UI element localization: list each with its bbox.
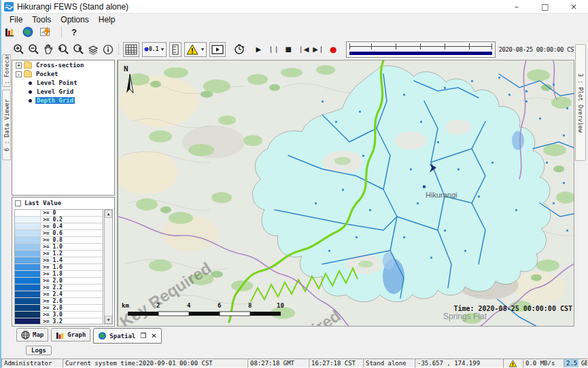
legend-row: >= 2.0: [15, 278, 103, 284]
legend-row: >= 3.2: [15, 318, 103, 325]
tick: [469, 43, 470, 50]
legend-swatch: [15, 264, 41, 270]
step-forward-button[interactable]: ▶❘: [311, 45, 326, 53]
title-bar[interactable]: Hikurangi FEWS (Stand alone) – □ ×: [1, 0, 588, 14]
pause-button[interactable]: ❘❘: [266, 45, 281, 53]
warning-threshold-button[interactable]: ▼: [184, 42, 207, 57]
explorer-bars-icon[interactable]: [5, 26, 16, 37]
legend-row: >= 0.6: [15, 230, 103, 237]
tab-restore-icon[interactable]: ❐: [140, 332, 146, 339]
animation-button[interactable]: [209, 42, 226, 57]
stop-button[interactable]: ■: [281, 45, 296, 53]
time-slider-range-bar[interactable]: [349, 52, 491, 55]
pan-hand-icon[interactable]: [41, 43, 55, 56]
legend-class-label: >= 0: [41, 210, 56, 216]
zoom-next-icon[interactable]: [71, 43, 85, 56]
play-button[interactable]: ▶: [251, 45, 266, 53]
layer-tree[interactable]: + Cross-section - Pocket Level Point Lev…: [12, 60, 115, 196]
tab-spatial[interactable]: Spatial ❐ ✕: [93, 328, 161, 344]
scale-tick: 4: [187, 302, 191, 309]
legend-row: >= 2.2: [15, 284, 103, 291]
warning-icon: [186, 44, 198, 55]
legend-class-label: >= 2.6: [41, 298, 63, 304]
legend-swatch: [15, 237, 41, 243]
scale-tick: 2: [156, 302, 160, 309]
legend-swatch: [15, 298, 41, 304]
time-slider[interactable]: [346, 41, 495, 58]
zoom-previous-icon[interactable]: [56, 43, 70, 56]
expander-icon[interactable]: -: [16, 71, 22, 77]
globe-icon: [98, 331, 107, 340]
tree-node-label[interactable]: Cross-section: [35, 62, 85, 69]
scroll-down-icon[interactable]: ▼: [105, 316, 112, 324]
close-button[interactable]: ×: [559, 0, 588, 14]
tab-map-label: Map: [33, 331, 44, 338]
tree-node-label[interactable]: Level Point: [35, 79, 79, 86]
legend-class-label: >= 2.8: [41, 305, 63, 311]
menu-tools[interactable]: Tools: [27, 15, 56, 24]
expander-icon[interactable]: +: [16, 62, 22, 69]
legend-swatch: [15, 217, 41, 223]
tree-node-pocket[interactable]: - Pocket: [12, 70, 114, 78]
minimize-button[interactable]: –: [502, 0, 531, 14]
maximize-button[interactable]: □: [531, 0, 559, 14]
tab-map[interactable]: Map: [16, 328, 48, 342]
tree-node-label[interactable]: Pocket: [35, 71, 60, 77]
layers-icon[interactable]: [86, 43, 100, 56]
document-tab-bar: Map Graph Spatial ❐ ✕: [11, 327, 588, 346]
tree-node-level-point[interactable]: Level Point: [12, 79, 114, 87]
scale-tick: 10: [277, 302, 284, 309]
legend-swatch: [15, 271, 41, 277]
bar-chart-icon: [56, 331, 65, 339]
tree-node-depth-grid[interactable]: Depth Grid: [12, 96, 114, 105]
timer-icon[interactable]: [232, 43, 246, 56]
tree-node-label-selected[interactable]: Depth Grid: [35, 97, 75, 104]
tab-close-icon[interactable]: ✕: [151, 332, 156, 339]
toolbar-separator: [61, 26, 62, 37]
scalebar-icon: [171, 44, 179, 55]
legend-class-list[interactable]: >= 0 >= 0.2 >= 0.4 >= 0.6: [14, 209, 103, 325]
legend-swatch: [15, 284, 41, 291]
grid-display-button[interactable]: [123, 42, 139, 57]
folder-icon: [24, 62, 32, 69]
zoom-in-icon[interactable]: [12, 43, 25, 56]
tab-data-viewer[interactable]: 6 : Data Viewer: [2, 90, 11, 160]
left-tab-strip: 5 : Forecast 6 : Data Viewer: [1, 60, 11, 331]
legend-row: >= 1.6: [15, 264, 103, 271]
legend-row: >= 1.4: [15, 257, 103, 264]
threshold-combo[interactable]: 0.1 ▼: [142, 42, 167, 57]
status-warning[interactable]: [503, 358, 523, 368]
help-icon[interactable]: ?: [71, 27, 77, 37]
legend-class-label: >= 1.0: [41, 244, 63, 250]
map-time-label: Time: 2020-08-25 00:00:00 CST: [453, 305, 572, 312]
menu-file[interactable]: File: [5, 15, 27, 24]
legend-swatch: [15, 278, 41, 284]
legend-swatch: [15, 230, 41, 236]
app-logo-icon: [4, 2, 14, 12]
tab-graph[interactable]: Graph: [51, 328, 90, 342]
main-toolbar: ?: [1, 25, 588, 39]
record-icon[interactable]: ●: [326, 45, 341, 54]
chevron-down-icon: ▼: [160, 47, 165, 52]
logs-button[interactable]: Logs: [26, 346, 52, 355]
map-viewport[interactable]: N Hikurangi Springs Flat Time: 2020-08-2…: [118, 60, 574, 327]
step-back-button[interactable]: ❘◀: [296, 45, 311, 53]
tree-node-level-grid[interactable]: Level Grid: [12, 88, 114, 96]
tab-plot-overview[interactable]: 3 : Plot Overview: [575, 44, 586, 161]
tree-node-label[interactable]: Level Grid: [35, 88, 75, 95]
info-icon[interactable]: [101, 43, 115, 56]
scalebar-button[interactable]: [169, 42, 181, 57]
tab-forecast[interactable]: 5 : Forecast: [2, 54, 11, 87]
zoom-out-icon[interactable]: [27, 43, 40, 56]
menu-options[interactable]: Options: [56, 15, 93, 24]
scroll-up-icon[interactable]: ▲: [105, 210, 112, 218]
tick: [396, 43, 396, 50]
tree-node-cross-section[interactable]: + Cross-section: [12, 61, 114, 69]
last-value-checkbox[interactable]: [15, 200, 21, 206]
menu-help[interactable]: Help: [94, 15, 120, 24]
legend-class-label: >= 0.6: [41, 230, 63, 236]
timeseries-arrow-icon[interactable]: [40, 26, 52, 37]
current-datetime: 2020-08-25 00:00:00 CST: [499, 46, 577, 53]
legend-scrollbar[interactable]: ▲ ▼: [104, 209, 113, 325]
globe-icon[interactable]: [22, 26, 33, 37]
